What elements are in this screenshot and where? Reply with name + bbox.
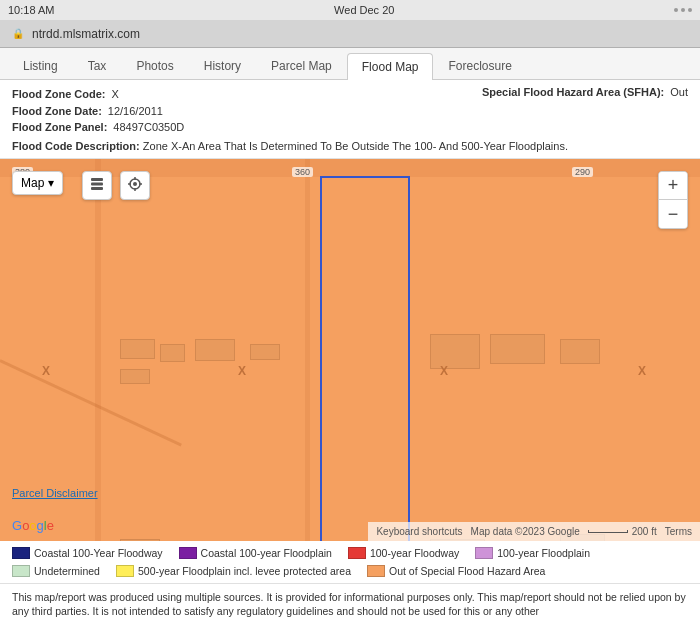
building-6 bbox=[120, 539, 160, 541]
property-outline bbox=[320, 176, 410, 541]
status-dots bbox=[674, 8, 692, 12]
legend-label-100yr-floodway: 100-year Floodway bbox=[370, 547, 459, 559]
status-bar: 10:18 AM Wed Dec 20 bbox=[0, 0, 700, 20]
legend-label-coastal-floodway: Coastal 100-Year Floodway bbox=[34, 547, 163, 559]
zoom-in-button[interactable]: + bbox=[659, 172, 687, 200]
map-location-button[interactable] bbox=[120, 171, 150, 200]
svg-rect-2 bbox=[91, 187, 103, 190]
zoom-controls[interactable]: + − bbox=[658, 171, 688, 229]
chevron-down-icon: ▾ bbox=[48, 176, 54, 190]
legend-swatch-coastal-floodplain bbox=[179, 547, 197, 559]
road-number-3: 290 bbox=[572, 167, 593, 177]
building-10 bbox=[490, 334, 545, 364]
x-marker-2: X bbox=[238, 364, 246, 378]
map-layers-button[interactable] bbox=[82, 171, 112, 200]
legend-100yr-floodway: 100-year Floodway bbox=[348, 547, 459, 559]
location-icon bbox=[127, 176, 143, 192]
status-date: Wed Dec 20 bbox=[334, 4, 394, 16]
legend-500yr: 500-year Floodplain incl. levee protecte… bbox=[116, 565, 351, 577]
building-1 bbox=[120, 339, 155, 359]
legend-swatch-out-sfha bbox=[367, 565, 385, 577]
building-9 bbox=[430, 334, 480, 369]
tab-history[interactable]: History bbox=[189, 52, 256, 79]
legend-row: Coastal 100-Year Floodway Coastal 100-ye… bbox=[12, 547, 688, 577]
x-marker-4: X bbox=[638, 364, 646, 378]
legend-swatch-coastal-floodway bbox=[12, 547, 30, 559]
scale-bar: 200 ft bbox=[588, 526, 657, 537]
status-time: 10:18 AM bbox=[8, 4, 54, 16]
map-type-button[interactable]: Map ▾ bbox=[12, 171, 63, 195]
tab-flood-map[interactable]: Flood Map bbox=[347, 53, 434, 80]
x-marker-3: X bbox=[440, 364, 448, 378]
zone-panel-label: Flood Zone Panel: bbox=[12, 119, 107, 136]
legend-swatch-100yr-floodway bbox=[348, 547, 366, 559]
parcel-disclaimer-link[interactable]: Parcel Disclaimer bbox=[12, 487, 98, 499]
zone-date-value: 12/16/2011 bbox=[108, 103, 163, 120]
legend-100yr-floodplain: 100-year Floodplain bbox=[475, 547, 590, 559]
zone-panel-value: 48497C0350D bbox=[113, 119, 184, 136]
tab-bar: Listing Tax Photos History Parcel Map Fl… bbox=[0, 48, 700, 80]
sfha-label: Special Flood Hazard Area (SFHA): bbox=[482, 86, 664, 98]
building-3 bbox=[160, 344, 185, 362]
legend-label-undetermined: Undetermined bbox=[34, 565, 100, 577]
map-btn-label: Map bbox=[21, 176, 44, 190]
legend-coastal-floodway: Coastal 100-Year Floodway bbox=[12, 547, 163, 559]
legend-label-100yr-floodplain: 100-year Floodplain bbox=[497, 547, 590, 559]
road-vertical-left bbox=[95, 159, 101, 541]
tab-listing[interactable]: Listing bbox=[8, 52, 73, 79]
map-footer: Keyboard shortcuts Map data ©2023 Google… bbox=[368, 522, 700, 541]
legend-undetermined: Undetermined bbox=[12, 565, 100, 577]
x-marker-1: X bbox=[42, 364, 50, 378]
building-11 bbox=[560, 339, 600, 364]
map-data-text: Map data ©2023 Google bbox=[471, 526, 580, 537]
legend-label-500yr: 500-year Floodplain incl. levee protecte… bbox=[138, 565, 351, 577]
legend-swatch-500yr bbox=[116, 565, 134, 577]
zone-code-value: X bbox=[111, 86, 118, 103]
scale-label: 200 ft bbox=[632, 526, 657, 537]
google-logo: Google bbox=[12, 518, 54, 533]
lock-icon: 🔒 bbox=[12, 28, 24, 39]
svg-rect-1 bbox=[91, 182, 103, 185]
tab-parcel-map[interactable]: Parcel Map bbox=[256, 52, 347, 79]
building-5 bbox=[250, 344, 280, 360]
keyboard-shortcuts[interactable]: Keyboard shortcuts bbox=[376, 526, 462, 537]
desc-value: Zone X-An Area That Is Determined To Be … bbox=[143, 140, 568, 152]
legend-swatch-100yr-floodplain bbox=[475, 547, 493, 559]
desc-label: Flood Code Description: bbox=[12, 140, 140, 152]
map-container[interactable]: X X X X X X X X 380 360 290 Map ▾ + − bbox=[0, 159, 700, 541]
terms-link[interactable]: Terms bbox=[665, 526, 692, 537]
legend-out-sfha: Out of Special Flood Hazard Area bbox=[367, 565, 545, 577]
browser-bar: 🔒 ntrdd.mlsmatrix.com bbox=[0, 20, 700, 48]
info-panel: Flood Zone Code: X Flood Zone Date: 12/1… bbox=[0, 80, 700, 159]
tab-photos[interactable]: Photos bbox=[121, 52, 188, 79]
sfha-value: Out bbox=[670, 86, 688, 98]
legend-coastal-floodplain: Coastal 100-year Floodplain bbox=[179, 547, 332, 559]
zone-date-label: Flood Zone Date: bbox=[12, 103, 102, 120]
legend-label-coastal-floodplain: Coastal 100-year Floodplain bbox=[201, 547, 332, 559]
tab-foreclosure[interactable]: Foreclosure bbox=[433, 52, 526, 79]
svg-rect-0 bbox=[91, 178, 103, 181]
layers-icon bbox=[89, 176, 105, 192]
disclaimer-text: This map/report was produced using multi… bbox=[12, 591, 686, 618]
building-4 bbox=[195, 339, 235, 361]
zoom-out-button[interactable]: − bbox=[659, 200, 687, 228]
road-vertical-mid bbox=[305, 159, 310, 541]
building-2 bbox=[120, 369, 150, 384]
legend-label-out-sfha: Out of Special Flood Hazard Area bbox=[389, 565, 545, 577]
disclaimer-panel: This map/report was produced using multi… bbox=[0, 584, 700, 622]
zone-code-label: Flood Zone Code: bbox=[12, 86, 105, 103]
legend-panel: Coastal 100-Year Floodway Coastal 100-ye… bbox=[0, 541, 700, 584]
legend-swatch-undetermined bbox=[12, 565, 30, 577]
road-number-2: 360 bbox=[292, 167, 313, 177]
url-text: ntrdd.mlsmatrix.com bbox=[32, 27, 140, 41]
tab-tax[interactable]: Tax bbox=[73, 52, 122, 79]
svg-point-4 bbox=[133, 182, 137, 186]
